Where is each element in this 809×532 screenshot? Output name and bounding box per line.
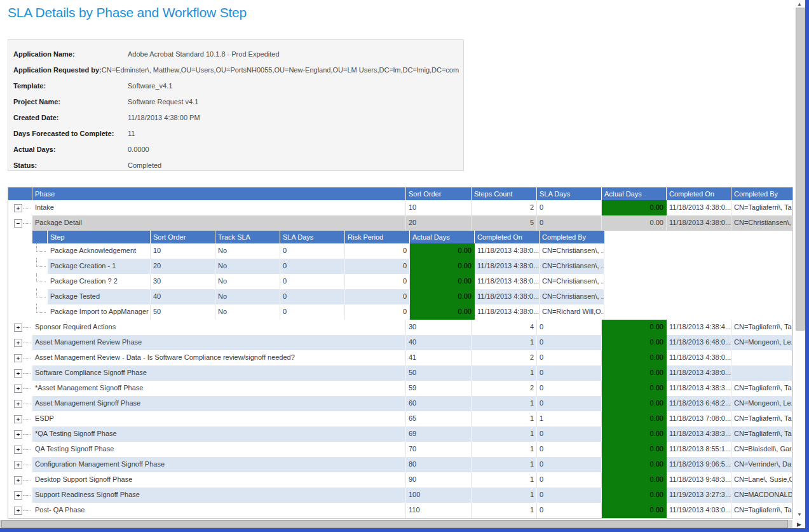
column-header-actual_days[interactable]: Actual Days — [410, 231, 474, 243]
expand-icon[interactable]: + — [14, 369, 22, 378]
column-header-completed_by[interactable]: Completed By — [731, 188, 792, 200]
column-header-completed_on[interactable]: Completed On — [667, 188, 731, 200]
scroll-right-icon[interactable]: ▶ — [797, 522, 801, 527]
cell-steps_count: 1 — [472, 488, 537, 503]
window-frame-right — [805, 0, 809, 532]
cell-actual_days: 0.00 — [602, 503, 667, 518]
info-row: Days Forecasted to Complete:11 — [13, 125, 458, 141]
application-info-panel: Application Name:Adobe Acrobat Standard … — [8, 39, 464, 171]
column-header-risk_period[interactable]: Risk Period — [345, 231, 409, 243]
cell-phase: Support Readiness Signoff Phase — [32, 488, 406, 503]
vertical-scrollbar[interactable] — [795, 0, 805, 520]
cell-completed_on: 11/18/2013 4:38:0... — [667, 200, 731, 215]
column-header-sort_order[interactable]: Sort Order — [406, 188, 471, 200]
column-header-icon[interactable] — [32, 231, 47, 243]
column-header-sort_order[interactable]: Sort Order — [151, 231, 215, 243]
cell-completed_on: 11/18/2013 4:38:0... — [667, 365, 731, 381]
tree-connector-icon — [36, 289, 46, 297]
tree-connector-icon — [23, 208, 31, 208]
cell-step: Package Import to AppManager — [48, 304, 151, 320]
phase-row[interactable]: +Support Readiness Signoff Phase100100.0… — [8, 488, 792, 503]
phase-row[interactable]: +Post- QA Phase110100.0011/19/2013 4:03:… — [8, 503, 792, 518]
expand-icon[interactable]: + — [14, 476, 22, 484]
cell-phase: Intake — [32, 200, 406, 215]
expand-icon[interactable]: + — [14, 204, 22, 212]
phase-row[interactable]: +*QA Testing Signoff Phase69100.0011/18/… — [8, 426, 792, 442]
column-header-sla_days[interactable]: SLA Days — [280, 231, 344, 243]
phase-row[interactable]: +QA Testing Signoff Phase70100.0011/18/2… — [8, 442, 792, 457]
phase-row[interactable]: +ESDP65110.0011/18/2013 7:08:0...CN=Tagl… — [8, 411, 792, 426]
phase-row[interactable]: +Desktop Support Signoff Phase90100.0011… — [8, 472, 792, 488]
cell-completed_on: 11/18/2013 9:06:5... — [667, 457, 731, 472]
page-title: SLA Details by Phase and Workflow Step — [8, 5, 247, 20]
column-header-phase[interactable]: Phase — [32, 188, 405, 200]
cell-sort_order: 60 — [406, 396, 472, 411]
tree-connector-icon — [23, 419, 31, 419]
expand-icon[interactable]: + — [14, 385, 22, 393]
phase-row[interactable]: +*Asset Management Signoff Phase59200.00… — [8, 381, 792, 396]
scroll-down-icon[interactable]: ▼ — [797, 512, 802, 517]
tree-connector-icon — [23, 404, 31, 404]
cell-completed_by: CN=Tagliaferri\, Ta.. — [731, 381, 792, 396]
step-row[interactable]: Package Acknowledgement10No000.0011/18/2… — [32, 243, 604, 259]
cell-actual_days: 0.00 — [602, 426, 667, 442]
expand-icon[interactable]: + — [14, 461, 22, 469]
expand-icon[interactable]: + — [14, 415, 22, 423]
cell-steps_count: 1 — [472, 335, 537, 350]
horizontal-scrollbar[interactable] — [0, 520, 792, 528]
cell-steps_count: 1 — [472, 396, 537, 411]
cell-sla_days: 0 — [280, 259, 345, 274]
expand-icon[interactable]: + — [14, 324, 22, 332]
step-row[interactable]: Package Tested40No000.0011/18/2013 4:38:… — [32, 289, 604, 304]
phase-row[interactable]: +Configuration Management Signoff Phase8… — [8, 457, 792, 472]
column-header-icon[interactable] — [8, 188, 32, 200]
phase-row-gutter: + — [8, 488, 32, 503]
cell-sla_days: 0 — [280, 304, 345, 320]
phase-row[interactable]: +Sponsor Required Actions30400.0011/18/2… — [8, 320, 792, 335]
cell-completed_by — [731, 350, 792, 365]
scroll-up-icon[interactable]: ▲ — [797, 2, 802, 7]
step-row[interactable]: Package Creation ? 230No000.0011/18/2013… — [32, 274, 604, 289]
phase-row[interactable]: +Software Compliance Signoff Phase50100.… — [8, 365, 792, 381]
expand-icon[interactable]: + — [14, 339, 22, 347]
cell-risk_period: 0 — [345, 304, 410, 320]
phase-row[interactable]: +Asset Management Review Phase40100.0011… — [8, 335, 792, 350]
phase-row[interactable]: +Intake10200.0011/18/2013 4:38:0...CN=Ta… — [8, 200, 792, 215]
column-header-sla_days[interactable]: SLA Days — [537, 188, 601, 200]
expand-icon[interactable]: + — [14, 430, 22, 439]
expand-icon[interactable]: + — [14, 446, 22, 454]
expand-icon[interactable]: + — [14, 354, 22, 362]
step-row[interactable]: Package Creation - 120No000.0011/18/2013… — [32, 259, 604, 274]
window-frame-bottom — [0, 528, 809, 532]
cell-phase: Asset Management Review - Data - Is Soft… — [32, 350, 406, 365]
cell-completed_by: CN=Lane\, Susie,O.. — [731, 472, 792, 488]
tree-connector-icon — [23, 449, 31, 450]
cell-sort_order: 110 — [406, 503, 472, 518]
column-header-track_sla[interactable]: Track SLA — [215, 231, 280, 243]
expand-icon[interactable]: + — [14, 400, 22, 408]
column-header-completed_by[interactable]: Completed By — [540, 231, 604, 243]
step-row[interactable]: Package Import to AppManager50No000.0011… — [32, 304, 604, 320]
collapse-icon[interactable]: − — [14, 219, 22, 228]
vertical-scrollbar-thumb[interactable] — [796, 8, 805, 331]
main-header-row: PhaseSort OrderSteps CountSLA DaysActual… — [8, 188, 792, 200]
cell-sort_order: 40 — [151, 289, 215, 304]
phase-row[interactable]: +Asset Management Review - Data - Is Sof… — [8, 350, 792, 365]
cell-completed_on: 11/18/2013 9:48:3... — [667, 472, 731, 488]
cell-completed_on: 11/18/2013 6:48:0... — [667, 335, 731, 350]
horizontal-scrollbar-thumb[interactable] — [1, 520, 788, 528]
phase-row[interactable]: +Asset Management Signoff Phase60100.001… — [8, 396, 792, 411]
phase-row[interactable]: −Package Detail20500.0011/18/2013 4:38:0… — [8, 215, 792, 231]
phase-row-gutter: + — [8, 335, 32, 350]
cell-sla_days: 0 — [280, 274, 345, 289]
info-field-label: Days Forecasted to Complete: — [13, 130, 128, 137]
column-header-step[interactable]: Step — [48, 231, 150, 243]
info-field-value: 0.0000 — [128, 146, 149, 153]
cell-completed_by: CN=Christiansen\, ... — [540, 289, 604, 304]
column-header-steps_count[interactable]: Steps Count — [472, 188, 536, 200]
column-header-completed_on[interactable]: Completed On — [475, 231, 539, 243]
expand-icon[interactable]: + — [14, 507, 22, 515]
expand-icon[interactable]: + — [14, 491, 22, 500]
column-header-actual_days[interactable]: Actual Days — [602, 188, 666, 200]
cell-sort_order: 69 — [406, 426, 472, 442]
